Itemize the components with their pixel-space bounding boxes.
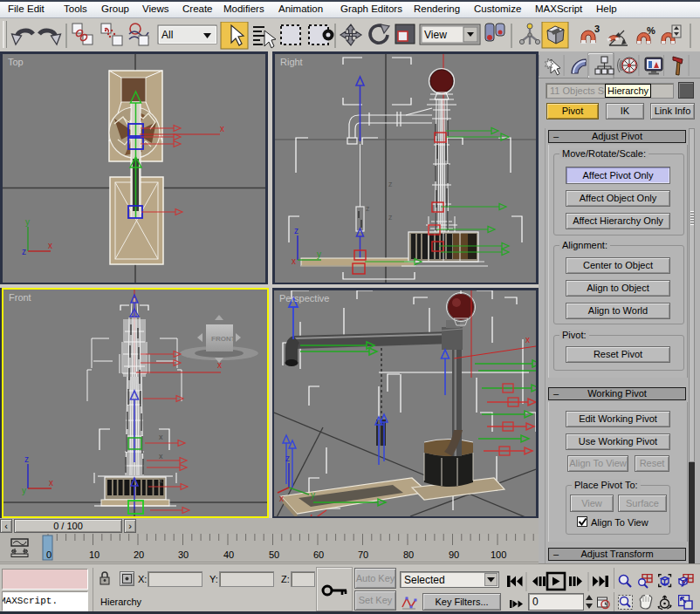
svg-text:x: x (525, 335, 530, 345)
svg-text:z: z (24, 454, 29, 464)
svg-text:z: z (22, 247, 26, 256)
svg-text:y: y (311, 490, 315, 500)
svg-text:z: z (294, 226, 299, 235)
svg-text:80: 80 (403, 549, 414, 560)
svg-text:100: 100 (491, 549, 506, 560)
svg-text:y: y (25, 217, 30, 227)
svg-text:y: y (22, 486, 26, 495)
svg-text:x: x (159, 476, 163, 485)
svg-text:70: 70 (358, 549, 368, 560)
svg-text:x: x (217, 360, 222, 370)
svg-text:%: % (647, 25, 655, 36)
svg-text:90: 90 (449, 549, 459, 560)
svg-text:x: x (220, 124, 224, 133)
svg-text:x: x (159, 452, 163, 460)
svg-text:y: y (317, 249, 321, 259)
svg-text:x: x (159, 433, 163, 441)
svg-text:60: 60 (313, 549, 324, 560)
svg-text:View: View (424, 29, 447, 41)
svg-text:x: x (49, 478, 53, 488)
svg-text:40: 40 (223, 549, 234, 560)
svg-text:20: 20 (134, 549, 144, 560)
svg-text:x: x (292, 256, 296, 266)
svg-text:x: x (48, 241, 52, 250)
svg-text:x: x (279, 494, 284, 503)
svg-text:z: z (366, 204, 370, 213)
svg-text:50: 50 (269, 549, 279, 560)
svg-text:0: 0 (46, 549, 51, 560)
svg-text:30: 30 (178, 549, 189, 560)
svg-text:10: 10 (89, 549, 100, 560)
svg-text:FRONT: FRONT (211, 335, 236, 343)
svg-text:All: All (161, 29, 173, 41)
svg-text:z: z (285, 454, 290, 463)
svg-text:z: z (388, 180, 393, 188)
svg-text:3: 3 (594, 24, 600, 34)
svg-text:z: z (388, 213, 393, 222)
